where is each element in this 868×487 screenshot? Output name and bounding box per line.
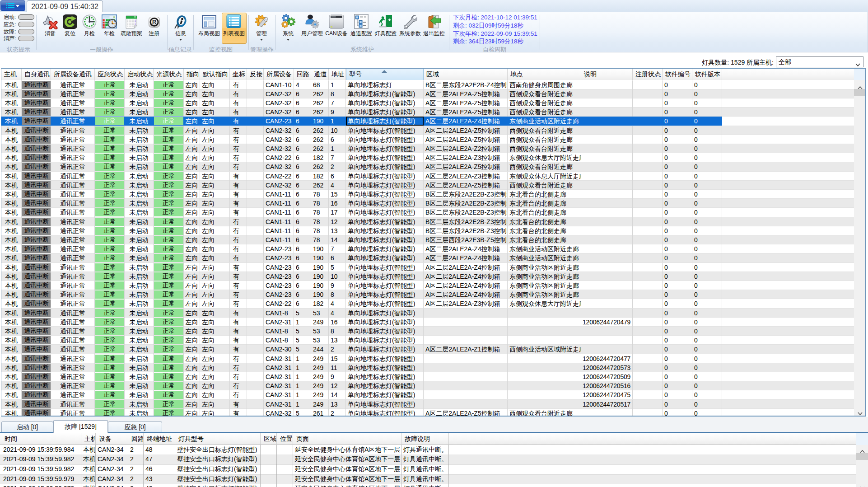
svg-text:R: R [152, 19, 156, 25]
